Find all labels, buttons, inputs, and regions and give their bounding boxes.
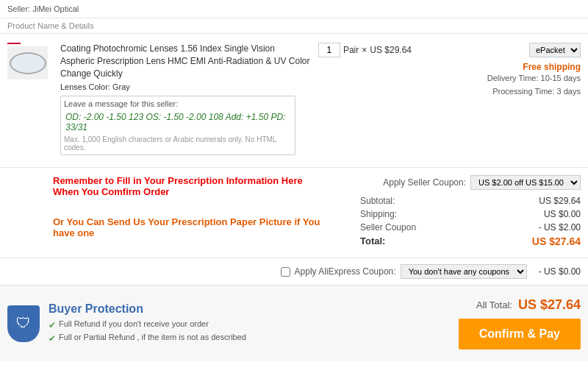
protection-text-2: Full or Partial Refund , if the item is … bbox=[59, 332, 246, 343]
product-color: Lenses Color: Gray bbox=[60, 82, 311, 91]
notices-area: Remember to Fill in Your Prescription In… bbox=[0, 168, 338, 246]
product-info-area: Coating Photochromic Lenses 1.56 Index S… bbox=[60, 43, 581, 158]
notice-fill-prescription: Remember to Fill in Your Prescription In… bbox=[53, 175, 331, 197]
notice-send-picture: Or You Can Send Us Your Prescription Pap… bbox=[53, 216, 331, 238]
pair-label: Pair bbox=[343, 45, 359, 55]
protection-text: Buyer Protection ✔ Full Refund if you do… bbox=[49, 302, 246, 345]
shipping-row: Shipping: US $0.00 bbox=[360, 209, 581, 219]
footer-bar: 🛡 Buyer Protection ✔ Full Refund if you … bbox=[0, 285, 588, 361]
all-total-value: US $27.64 bbox=[518, 297, 581, 313]
total-value: US $27.64 bbox=[532, 235, 581, 247]
buyer-protection-section: 🛡 Buyer Protection ✔ Full Refund if you … bbox=[7, 302, 246, 345]
product-image-area bbox=[7, 43, 51, 79]
product-price: US $29.64 bbox=[370, 45, 412, 55]
delivery-value: 10-15 days bbox=[541, 74, 581, 82]
seller-coupon-row: Apply Seller Coupon: US $2.00 off US $15… bbox=[360, 175, 581, 190]
free-shipping-label: Free shipping bbox=[426, 62, 581, 72]
quantity-input[interactable] bbox=[318, 43, 340, 57]
shipping-section: ePacket Free shipping Delivery Time: 10-… bbox=[419, 43, 581, 158]
processing-value: 3 days bbox=[557, 87, 581, 96]
protection-item-2: ✔ Full or Partial Refund , if the item i… bbox=[49, 332, 246, 345]
notices-pricing-section: Remember to Fill in Your Prescription In… bbox=[0, 168, 588, 258]
seller-coupon-discount-row: Seller Coupon - US $2.00 bbox=[360, 222, 581, 233]
all-total-row: All Total: US $27.64 bbox=[476, 297, 581, 313]
subtotal-row: Subtotal: US $29.64 bbox=[360, 196, 581, 206]
total-confirm-area: All Total: US $27.64 Confirm & Pay bbox=[459, 297, 581, 350]
shipping-value: US $0.00 bbox=[544, 209, 581, 219]
product-name: Coating Photochromic Lenses 1.56 Index S… bbox=[60, 43, 311, 79]
price-breakdown: Subtotal: US $29.64 Shipping: US $0.00 S… bbox=[360, 196, 581, 247]
confirm-pay-button[interactable]: Confirm & Pay bbox=[459, 319, 581, 350]
prescription-input[interactable]: OD: -2.00 -1.50 123 OS: -1.50 -2.00 108 … bbox=[64, 110, 292, 134]
product-header: Product Name & Details bbox=[0, 18, 588, 34]
subtotal-value: US $29.64 bbox=[539, 196, 581, 206]
shipping-label: Shipping: bbox=[360, 209, 397, 219]
all-total-label: All Total: bbox=[476, 299, 512, 311]
dash-line bbox=[7, 43, 21, 44]
total-label: Total: bbox=[360, 235, 385, 247]
protection-text-1: Full Refund if you don't receive your or… bbox=[59, 319, 209, 330]
color-label: Lenses Color: bbox=[60, 82, 110, 91]
alipay-coupon-row: Apply AliExpress Coupon: You don't have … bbox=[0, 258, 588, 285]
product-thumbnail bbox=[7, 46, 48, 79]
seller-message-box: Leave a message for this seller: OD: -2.… bbox=[60, 96, 295, 155]
delivery-label: Delivery Time: bbox=[487, 74, 539, 82]
color-value: Gray bbox=[112, 82, 130, 91]
qty-price-row: Pair × US $29.64 bbox=[318, 43, 412, 57]
seller-coupon-label: Apply Seller Coupon: bbox=[383, 177, 466, 188]
processing-time: Processing Time: 3 days bbox=[426, 85, 581, 99]
delivery-info: Delivery Time: 10-15 days Processing Tim… bbox=[426, 72, 581, 98]
page-container: Seller: JiMei Optical Product Name & Det… bbox=[0, 0, 588, 376]
seller-coupon-select[interactable]: US $2.00 off US $15.00 bbox=[470, 175, 581, 190]
message-label: Leave a message for this seller: bbox=[64, 99, 292, 108]
product-row: Coating Photochromic Lenses 1.56 Index S… bbox=[0, 34, 588, 168]
delivery-time: Delivery Time: 10-15 days bbox=[426, 72, 581, 85]
protection-item-1: ✔ Full Refund if you don't receive your … bbox=[49, 319, 246, 332]
product-header-label: Product Name & Details bbox=[7, 21, 93, 30]
seller-header: Seller: JiMei Optical bbox=[0, 0, 588, 18]
shipping-method-row: ePacket bbox=[426, 43, 581, 57]
seller-coupon-discount-value: - US $2.00 bbox=[539, 222, 581, 233]
alipay-coupon-checkbox[interactable] bbox=[281, 267, 290, 277]
multiply-symbol: × bbox=[362, 45, 367, 55]
alipay-coupon-value: - US $0.00 bbox=[539, 266, 581, 277]
total-row: Total: US $27.64 bbox=[360, 235, 581, 247]
shield-icon: 🛡 bbox=[7, 305, 40, 342]
price-breakdown-section: Apply Seller Coupon: US $2.00 off US $15… bbox=[353, 168, 588, 258]
seller-coupon-discount-label: Seller Coupon bbox=[360, 222, 416, 233]
shield-symbol: 🛡 bbox=[16, 315, 31, 332]
max-chars-note: Max. 1,000 English characters or Arabic … bbox=[64, 135, 292, 152]
lens-icon bbox=[10, 52, 46, 74]
check-icon-2: ✔ bbox=[49, 333, 56, 345]
buyer-protection-title: Buyer Protection bbox=[49, 302, 246, 316]
check-icon-1: ✔ bbox=[49, 319, 56, 332]
seller-name: Seller: JiMei Optical bbox=[7, 4, 79, 13]
shipping-method-select[interactable]: ePacket bbox=[529, 43, 581, 57]
qty-price-area: Pair × US $29.64 bbox=[318, 43, 412, 158]
subtotal-label: Subtotal: bbox=[360, 196, 395, 206]
processing-label: Processing Time: bbox=[492, 87, 554, 96]
alipay-coupon-select[interactable]: You don't have any coupons bbox=[401, 264, 527, 279]
left-section: Coating Photochromic Lenses 1.56 Index S… bbox=[60, 43, 311, 158]
alipay-coupon-label: Apply AliExpress Coupon: bbox=[295, 266, 396, 277]
